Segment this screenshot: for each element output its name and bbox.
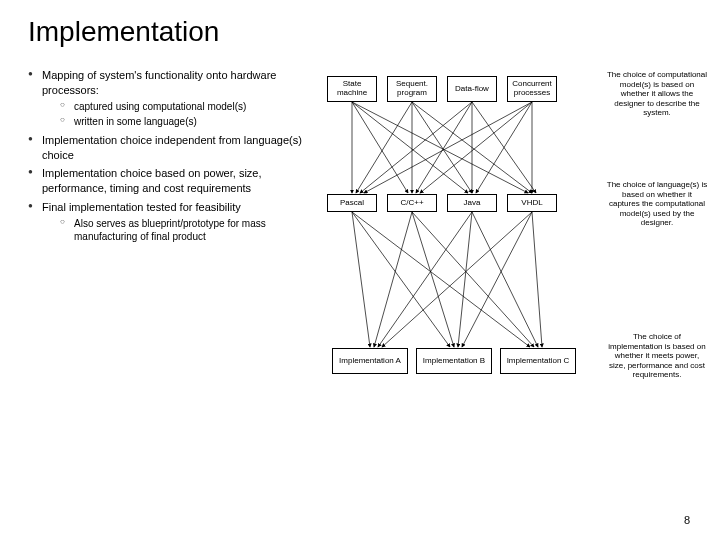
bullet-item: Implementation choice independent from l… [28, 133, 308, 163]
language-box: C/C++ [387, 194, 437, 212]
svg-line-3 [352, 102, 528, 193]
svg-line-19 [374, 212, 412, 347]
bullet-text: Mapping of system's functionality onto h… [42, 69, 276, 96]
sub-bullet: written in some language(s) [60, 115, 308, 129]
slide-title: Implementation [28, 16, 692, 48]
language-box: Pascal [327, 194, 377, 212]
model-box: State machine [327, 76, 377, 102]
svg-line-24 [472, 212, 538, 347]
caption-implementation: The choice of implementation is based on… [606, 332, 708, 380]
caption-language: The choice of language(s) is based on wh… [606, 180, 708, 228]
svg-line-6 [412, 102, 472, 193]
svg-line-7 [412, 102, 532, 193]
svg-line-27 [532, 212, 542, 347]
bullet-list-area: Mapping of system's functionality onto h… [28, 68, 308, 408]
language-box: Java [447, 194, 497, 212]
svg-line-20 [412, 212, 454, 347]
svg-line-22 [378, 212, 472, 347]
svg-line-23 [458, 212, 472, 347]
page-number: 8 [684, 514, 690, 526]
bullet-item: Mapping of system's functionality onto h… [28, 68, 308, 129]
svg-line-16 [352, 212, 370, 347]
sub-bullet: Also serves as blueprint/prototype for m… [60, 217, 308, 244]
model-box: Sequent. program [387, 76, 437, 102]
svg-line-9 [416, 102, 472, 193]
svg-line-11 [472, 102, 536, 193]
bullet-text: Implementation choice independent from l… [42, 134, 302, 161]
language-box: VHDL [507, 194, 557, 212]
svg-line-17 [352, 212, 450, 347]
caption-model: The choice of computational model(s) is … [606, 70, 708, 118]
svg-line-2 [352, 102, 468, 193]
svg-line-25 [382, 212, 532, 347]
implementation-box: Implementation B [416, 348, 492, 374]
svg-line-8 [360, 102, 472, 193]
svg-line-12 [364, 102, 532, 193]
bullet-item: Implementation choice based on power, si… [28, 166, 308, 196]
svg-line-13 [420, 102, 532, 193]
bullet-text: Final implementation tested for feasibil… [42, 201, 241, 213]
svg-line-14 [476, 102, 532, 193]
sub-bullet: captured using computational model(s) [60, 100, 308, 114]
bullet-item: Final implementation tested for feasibil… [28, 200, 308, 244]
implementation-box: Implementation A [332, 348, 408, 374]
implementation-box: Implementation C [500, 348, 576, 374]
svg-line-26 [462, 212, 532, 347]
svg-line-18 [352, 212, 530, 347]
svg-line-21 [412, 212, 534, 347]
svg-line-4 [356, 102, 412, 193]
model-box: Concurrent processes [507, 76, 557, 102]
svg-line-1 [352, 102, 408, 193]
bullet-text: Implementation choice based on power, si… [42, 167, 262, 194]
diagram-area: State machine Sequent. program Data-flow… [320, 68, 710, 408]
model-box: Data-flow [447, 76, 497, 102]
